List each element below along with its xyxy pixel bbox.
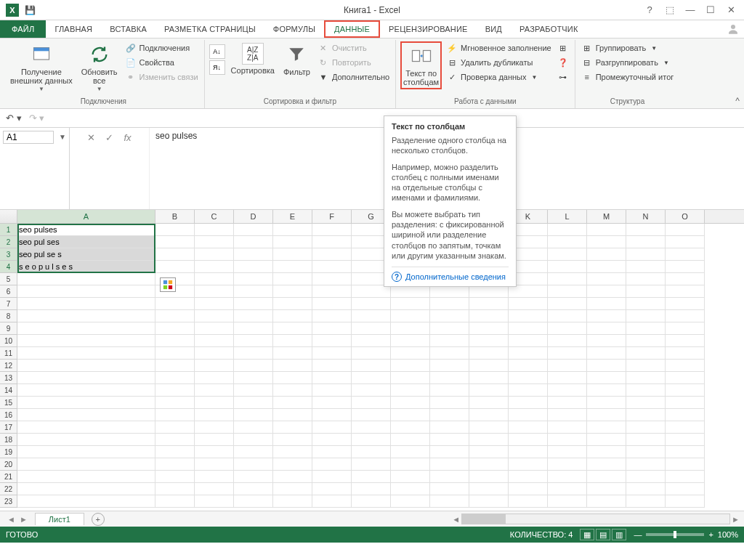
cell[interactable]: [155, 248, 195, 261]
cell[interactable]: [234, 335, 273, 347]
cell[interactable]: [273, 471, 312, 483]
tab-insert[interactable]: ВСТАВКА: [101, 20, 155, 38]
cell[interactable]: [509, 360, 548, 372]
cell[interactable]: [195, 298, 234, 310]
zoom-in-button[interactable]: +: [708, 530, 713, 539]
row-header[interactable]: 13: [0, 372, 17, 384]
cell[interactable]: [391, 360, 430, 372]
cell[interactable]: [195, 248, 234, 261]
cell[interactable]: [587, 446, 626, 458]
cell[interactable]: [587, 347, 626, 360]
cell[interactable]: [666, 224, 705, 236]
cell[interactable]: [548, 310, 587, 322]
cell[interactable]: [234, 409, 273, 421]
row-header[interactable]: 10: [0, 335, 17, 347]
filter-button[interactable]: Фильтр: [280, 41, 313, 78]
cell[interactable]: [469, 310, 509, 322]
row-header[interactable]: 16: [0, 409, 17, 421]
cell[interactable]: [391, 434, 430, 446]
row-header[interactable]: 5: [0, 273, 17, 285]
sheet-tab[interactable]: Лист1: [35, 513, 84, 525]
tab-review[interactable]: РЕЦЕНЗИРОВАНИЕ: [380, 20, 477, 38]
row-header[interactable]: 8: [0, 310, 17, 322]
row-header[interactable]: 18: [0, 434, 17, 446]
cell[interactable]: [273, 310, 312, 322]
row-header[interactable]: 3: [0, 248, 17, 261]
tab-view[interactable]: ВИД: [477, 20, 511, 38]
cell[interactable]: [391, 347, 430, 360]
cell[interactable]: [587, 261, 626, 273]
cell[interactable]: [430, 434, 469, 446]
cell[interactable]: [195, 421, 234, 434]
cell[interactable]: [155, 310, 195, 322]
cell[interactable]: [155, 397, 195, 409]
ungroup-button[interactable]: ⊟Разгруппировать▼: [580, 56, 676, 69]
cell[interactable]: [195, 347, 234, 360]
cell[interactable]: [391, 384, 430, 397]
cell[interactable]: [626, 298, 666, 310]
reapply-button[interactable]: ↻Повторить: [316, 56, 391, 69]
cell[interactable]: [666, 458, 705, 471]
refresh-all-button[interactable]: Обновить все ▼: [78, 41, 121, 94]
cell[interactable]: [430, 335, 469, 347]
cell[interactable]: [430, 298, 469, 310]
cell[interactable]: [155, 335, 195, 347]
cell[interactable]: [626, 421, 666, 434]
cell[interactable]: [234, 471, 273, 483]
cell[interactable]: [17, 409, 155, 421]
cell[interactable]: [17, 384, 155, 397]
tab-data[interactable]: ДАННЫЕ: [324, 20, 380, 38]
cell[interactable]: [626, 360, 666, 372]
cell[interactable]: [587, 360, 626, 372]
cell[interactable]: [430, 285, 469, 298]
cell[interactable]: [273, 372, 312, 384]
cell[interactable]: [155, 421, 195, 434]
sort-za-button[interactable]: Я↓: [209, 60, 225, 75]
cell[interactable]: [352, 285, 391, 298]
cell[interactable]: [195, 446, 234, 458]
cell[interactable]: [548, 397, 587, 409]
cell[interactable]: [469, 322, 509, 335]
row-header[interactable]: 11: [0, 347, 17, 360]
cell[interactable]: [312, 347, 352, 360]
tab-formulas[interactable]: ФОРМУЛЫ: [264, 20, 324, 38]
cell[interactable]: [548, 273, 587, 285]
cell[interactable]: [155, 322, 195, 335]
cell[interactable]: [509, 409, 548, 421]
cell[interactable]: [587, 495, 626, 508]
cell[interactable]: [312, 261, 352, 273]
cell[interactable]: [312, 495, 352, 508]
cell[interactable]: [234, 285, 273, 298]
cell[interactable]: [17, 347, 155, 360]
cell[interactable]: [430, 347, 469, 360]
cell[interactable]: [195, 310, 234, 322]
cell[interactable]: [234, 310, 273, 322]
tab-file[interactable]: ФАЙЛ: [0, 20, 46, 38]
cell[interactable]: [469, 384, 509, 397]
cell[interactable]: [509, 310, 548, 322]
cell[interactable]: [391, 322, 430, 335]
cell[interactable]: [273, 397, 312, 409]
cell[interactable]: [666, 285, 705, 298]
cell[interactable]: [195, 397, 234, 409]
cell[interactable]: [17, 397, 155, 409]
account-icon[interactable]: [722, 20, 744, 38]
cell[interactable]: [312, 248, 352, 261]
cell[interactable]: [666, 273, 705, 285]
cell[interactable]: [312, 384, 352, 397]
cell[interactable]: [195, 236, 234, 248]
column-header[interactable]: A: [17, 210, 155, 223]
cell[interactable]: [548, 298, 587, 310]
cell[interactable]: [509, 397, 548, 409]
cell[interactable]: [391, 409, 430, 421]
row-header[interactable]: 21: [0, 471, 17, 483]
cell[interactable]: [666, 248, 705, 261]
cell[interactable]: [195, 261, 234, 273]
sort-az-button[interactable]: A↓: [209, 44, 225, 59]
cell[interactable]: [273, 483, 312, 495]
remove-duplicates-button[interactable]: ⊟Удалить дубликаты: [445, 56, 553, 69]
cell[interactable]: [548, 236, 587, 248]
cell[interactable]: [155, 298, 195, 310]
cell[interactable]: [430, 360, 469, 372]
cell[interactable]: [17, 458, 155, 471]
